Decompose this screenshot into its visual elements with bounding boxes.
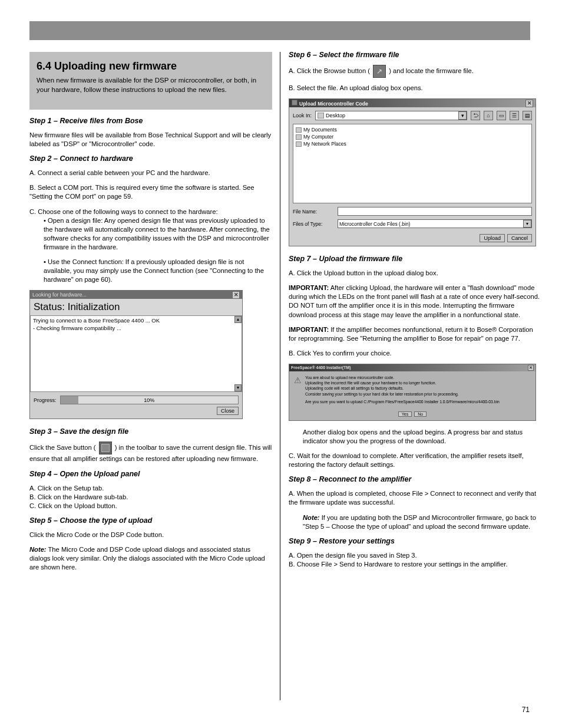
- step8-heading: Step 8 – Reconnect to the amplifier: [289, 475, 542, 483]
- save-icon: [99, 442, 112, 454]
- hw-dialog-bottom: Progress: 10% Close: [30, 392, 242, 419]
- looking-for-hardware-dialog: Looking for hardware... ✕ Status: Initia…: [29, 290, 243, 419]
- file-list-item[interactable]: My Network Places: [296, 141, 529, 147]
- look-in-label: Look In:: [293, 113, 312, 118]
- hw-status-value: Initialization: [68, 301, 120, 312]
- step1-text: New firmware files will be available fro…: [29, 131, 272, 149]
- confirm-dialog-title: FreeSpace® 4400 Installer(TM): [291, 365, 351, 370]
- column-divider: [280, 52, 280, 700]
- hw-dialog-titlebar[interactable]: Looking for hardware... ✕: [30, 291, 242, 299]
- hw-log-line: Trying to connect to a Bose FreeSpace 44…: [33, 317, 239, 324]
- yes-button[interactable]: Yes: [398, 411, 412, 417]
- after-confirm-text: Another dialog box opens and the upload …: [303, 428, 542, 446]
- folder-icon: [296, 127, 302, 133]
- confirm-msg-text: You are about to upload new microcontrol…: [305, 375, 500, 404]
- dropdown-arrow-icon[interactable]: ▾: [523, 220, 531, 228]
- computer-icon: [296, 134, 302, 140]
- folder-icon: [318, 113, 324, 118]
- confirm-dialog: FreeSpace® 4400 Installer(TM) ✕ ⚠ You ar…: [289, 364, 536, 421]
- step3-text: Click the Save button ( ) in the toolbar…: [29, 442, 272, 463]
- upload-titlebar[interactable]: Upload Microcontroller Code ✕: [289, 99, 535, 107]
- hw-log-area: Trying to connect to a Bose FreeSpace 44…: [30, 315, 242, 392]
- hw-dialog-title: Looking for hardware...: [32, 292, 87, 298]
- files-of-type-label: Files of Type:: [293, 221, 334, 227]
- left-column: Step 1 – Receive files from Bose New fir…: [29, 117, 272, 578]
- right-column: Step 6 – Select the firmware file A. Cli…: [289, 51, 542, 575]
- step2-heading: Step 2 – Connect to hardware: [29, 154, 272, 163]
- step4-c: C. Click on the Upload button.: [29, 502, 272, 510]
- no-button[interactable]: No: [414, 411, 427, 417]
- step2-c: C. Choose one of the following ways to c…: [29, 207, 272, 216]
- step6-a-text-a: A. Click the Browse button (: [289, 67, 370, 74]
- confirm-line: Uploading the incorrect file will cause …: [305, 380, 500, 386]
- file-name-row: File Name:: [293, 207, 532, 216]
- file-list-item-label: My Network Places: [303, 141, 346, 147]
- file-list-item[interactable]: My Documents: [296, 127, 529, 133]
- scroll-up-icon[interactable]: ▴: [234, 316, 242, 323]
- step6-heading: Step 6 – Select the firmware file: [289, 51, 542, 59]
- file-list[interactable]: My Documents My Computer My Network Plac…: [293, 124, 532, 203]
- step8-note-wrap: Note: If you are updating both the DSP a…: [303, 513, 542, 531]
- warning-icon: ⚠: [294, 375, 302, 404]
- step5-note-wrap: Note: The Micro Code and DSP Code upload…: [29, 545, 272, 572]
- files-of-type-row: Files of Type: Microcontroller Code File…: [293, 219, 532, 228]
- up-one-level-icon[interactable]: ⮌: [471, 111, 480, 120]
- step9-a: A. Open the design file you saved in Ste…: [289, 551, 542, 560]
- files-of-type-select[interactable]: Microcontroller Code Files (.bin) ▾: [338, 219, 532, 228]
- close-icon[interactable]: ✕: [525, 100, 533, 107]
- file-name-input[interactable]: [338, 207, 532, 216]
- hw-progress-bar: 10%: [60, 396, 239, 404]
- network-icon: [296, 141, 302, 147]
- step8-a: A. When the upload is completed, choose …: [289, 489, 542, 507]
- browse-icon: ↗: [373, 65, 386, 78]
- dropdown-arrow-icon[interactable]: ▾: [458, 111, 467, 120]
- new-folder-icon[interactable]: ▭: [497, 111, 506, 120]
- step7-important2-wrap: IMPORTANT: If the amplifier becomes nonf…: [289, 325, 542, 343]
- note-label: Note:: [29, 546, 47, 553]
- step7-important1-wrap: IMPORTANT: After clicking Upload, the ha…: [289, 284, 542, 319]
- hw-progress-label: Progress:: [34, 397, 57, 403]
- step3-text-a: Click the Save button (: [29, 444, 96, 451]
- app-icon: [292, 100, 297, 106]
- upload-title-wrap: Upload Microcontroller Code: [292, 100, 368, 107]
- file-name-label: File Name:: [293, 209, 334, 215]
- close-button[interactable]: Close: [217, 407, 239, 415]
- upload-dialog-title: Upload Microcontroller Code: [299, 101, 368, 107]
- hw-progress-text: 10%: [61, 396, 238, 404]
- hw-close-row: Close: [34, 407, 239, 415]
- look-in-value: Desktop: [326, 113, 345, 118]
- look-in-select[interactable]: Desktop ▾: [315, 111, 467, 120]
- list-view-icon[interactable]: ☰: [510, 111, 519, 120]
- home-icon[interactable]: ⌂: [484, 111, 493, 120]
- header-gray-bar: [29, 21, 530, 40]
- hw-status-line: Status: Initialization: [30, 299, 242, 315]
- file-list-item-label: My Documents: [303, 127, 337, 133]
- intro-text: When new firmware is available for the D…: [37, 76, 265, 94]
- important-label: IMPORTANT:: [289, 284, 329, 291]
- step6-a-text-b: ) and locate the firmware file.: [389, 67, 474, 74]
- upload-button[interactable]: Upload: [480, 234, 505, 242]
- step2-b: B. Select a COM port. This is required e…: [29, 183, 272, 201]
- step2-c2: • Use the Connect function: If a previou…: [44, 258, 272, 284]
- intro-box: 6.4 Uploading new firmware When new firm…: [29, 52, 272, 110]
- close-icon[interactable]: ✕: [232, 291, 240, 299]
- scroll-down-icon[interactable]: ▾: [234, 384, 242, 391]
- step6-a-wrap: A. Click the Browse button ( ↗ ) and loc…: [289, 65, 542, 78]
- close-icon[interactable]: ✕: [528, 365, 534, 371]
- upload-body: Look In: Desktop ▾ ⮌ ⌂ ▭ ☰ ▤ My Document…: [289, 107, 535, 246]
- step4-a: A. Click on the Setup tab.: [29, 484, 272, 493]
- confirm-actions: Yes No: [294, 411, 531, 417]
- step5-heading: Step 5 – Choose the type of upload: [29, 516, 272, 525]
- confirm-titlebar[interactable]: FreeSpace® 4400 Installer(TM) ✕: [289, 364, 535, 371]
- upload-actions: Upload Cancel: [293, 234, 532, 242]
- details-view-icon[interactable]: ▤: [523, 111, 532, 120]
- hw-progress-row: Progress: 10%: [34, 396, 239, 404]
- step7-a: A. Click the Upload button in the upload…: [289, 269, 542, 278]
- section-heading: 6.4 Uploading new firmware: [37, 60, 265, 73]
- step6-b: B. Select the file. An upload dialog box…: [289, 84, 542, 93]
- cancel-button[interactable]: Cancel: [507, 234, 532, 242]
- important-label: IMPORTANT:: [289, 326, 329, 333]
- file-list-item[interactable]: My Computer: [296, 134, 529, 140]
- step5-note: The Micro Code and DSP Code upload dialo…: [29, 546, 265, 571]
- step5-text: Click the Micro Code or the DSP Code but…: [29, 531, 272, 539]
